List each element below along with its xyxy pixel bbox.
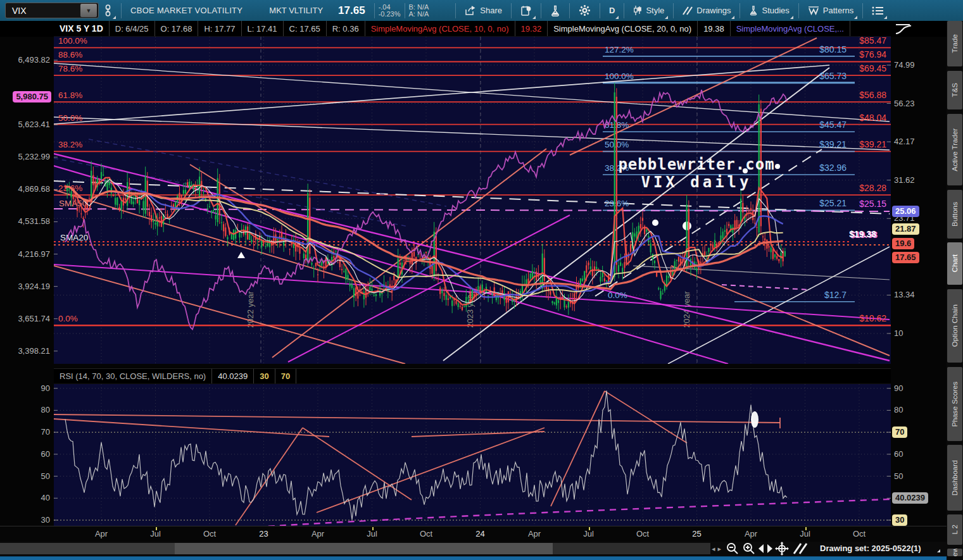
drawings-button[interactable]: Drawings <box>677 0 736 21</box>
rsi-bubble-40.0239: 40.0239 <box>892 492 928 504</box>
price-bubble-19.6: 19.6 <box>892 238 914 249</box>
right-axis-tick: 10 <box>894 328 903 339</box>
fib-blue-price-label: $80.15 <box>819 44 847 54</box>
price-chart-svg[interactable]: 2022 year2023 year2024 year100.0%88.6%78… <box>54 37 891 364</box>
fib-red-price-label: $85.47 <box>859 37 886 46</box>
fib-red-price-label: $76.94 <box>859 49 886 59</box>
link-icon[interactable] <box>99 0 117 21</box>
price-bubble-17.65: 17.65 <box>892 252 919 263</box>
sidebar-tab-dashboard[interactable]: Dashboard <box>947 445 962 511</box>
header-segment[interactable]: SimpleMovingAvg (CLOSE, 20, 0, no) <box>548 21 698 36</box>
time-axis-tick <box>589 527 590 530</box>
fib-red-pct-label: 88.6% <box>58 50 82 59</box>
rsi-study-label[interactable]: RSI (14, 70, 30, CLOSE, WILDERS, no) <box>54 369 212 383</box>
fib-blue-price-label: $25.21 <box>819 198 847 208</box>
watermark-line1: pebblewriter.com <box>618 156 774 173</box>
rsi-right-tick: 80 <box>894 405 903 415</box>
sidebar-tab-t-s[interactable]: T&S <box>947 71 962 109</box>
rsi-left-tick: 30 <box>41 515 50 525</box>
sidebar-tab-label: Chart <box>951 254 959 272</box>
sidebar-tab-label: L 2 <box>951 525 959 535</box>
symbol-value: VIX <box>6 6 80 16</box>
chart-settings-icon[interactable] <box>895 23 914 38</box>
chart-scrollbar[interactable] <box>0 543 710 554</box>
drawing-tools-icon[interactable] <box>793 543 808 557</box>
sidebar-tab-option-chain[interactable]: Option Chain <box>947 289 962 363</box>
bid-ask: B: N/AA: N/A <box>409 4 429 18</box>
left-axis-tick: 3,924.19 <box>18 282 50 292</box>
symbol-description: CBOE MARKET VOLATILITY <box>125 0 248 21</box>
chart-symbol-timeframe[interactable]: VIX 5 Y 1D <box>54 21 110 36</box>
rsi-left-tick: 80 <box>41 405 50 415</box>
fib-blue-price-label: $65.73 <box>819 71 847 81</box>
time-axis-label: Apr <box>522 529 547 538</box>
rsi-highlight-ellipse <box>751 411 758 428</box>
sidebar-tab-active-trader[interactable]: Active Trader <box>947 114 962 185</box>
sma-tag-label: SMA20 <box>60 233 88 242</box>
header-segment[interactable]: O: 17.68 <box>155 21 199 36</box>
header-segment[interactable]: C: 17.65 <box>284 21 327 36</box>
bottom-accent-strip <box>0 556 963 560</box>
symbol-input[interactable]: VIX ▼ <box>5 3 99 18</box>
time-axis-label: Jul <box>360 529 385 538</box>
sidebar-tab-news[interactable]: News <box>947 549 962 556</box>
header-segment[interactable]: 19.38 <box>698 21 731 36</box>
studies-button[interactable]: Studies <box>744 0 794 21</box>
rsi-right-tick: 60 <box>894 449 903 459</box>
header-segment[interactable]: SimpleMovingAvg (CLOSE,... <box>731 21 850 36</box>
scrollbar-arrows[interactable]: ◂▸ <box>712 543 724 554</box>
fib-blue-price-label: $32.96 <box>819 163 847 173</box>
right-axis-tick: 42.17 <box>894 137 915 147</box>
notes-icon[interactable]: i <box>515 0 537 21</box>
rsi-right-tick: 50 <box>894 471 903 482</box>
fib-red-pct-label: 38.2% <box>58 140 82 149</box>
rsi-left-tick: 90 <box>41 383 50 394</box>
rsi-left-axis: 90807060504030 <box>0 384 54 526</box>
marker-dot <box>775 164 780 169</box>
sidebar-tab-buttons[interactable]: Buttons <box>947 190 962 239</box>
menu-icon[interactable] <box>867 0 888 21</box>
style-button[interactable]: Style <box>628 0 669 21</box>
analyze-flask-icon[interactable] <box>545 0 565 21</box>
studies-flask-icon <box>749 5 758 16</box>
time-axis-label: Apr <box>738 529 764 538</box>
time-axis-label: Oct <box>630 529 655 538</box>
rsi-chart-svg[interactable] <box>54 384 891 526</box>
left-axis-tick: 3,651.74 <box>18 314 50 324</box>
patterns-button[interactable]: Patterns <box>803 0 859 21</box>
header-segment[interactable]: 19.32 <box>515 21 548 36</box>
left-axis-tick: 4,869.68 <box>18 184 50 194</box>
year-marker-label: 2022 year <box>246 291 255 328</box>
header-segment[interactable]: SimpleMovingAvg (CLOSE, 10, 0, no) <box>365 21 515 36</box>
left-axis-tick: 4,216.97 <box>18 249 50 259</box>
sidebar-tab-phase-scores[interactable]: Phase Scores <box>947 367 962 441</box>
sidebar-tab-label: T&S <box>951 83 959 97</box>
sidebar-tab-label: Option Chain <box>951 304 959 347</box>
header-segment[interactable]: D: 6/4/25 <box>110 21 155 36</box>
symbol-dropdown-button[interactable]: ▼ <box>80 4 97 17</box>
time-axis-label: 24 <box>468 529 493 538</box>
timeframe-button[interactable]: D <box>604 0 620 21</box>
share-button[interactable]: Share <box>460 0 507 21</box>
price-header: VIX 5 Y 1DD: 6/4/25O: 17.68H: 17.77L: 17… <box>54 21 891 37</box>
left-axis-tick: 4,531.58 <box>18 216 50 227</box>
header-segment[interactable]: L: 17.41 <box>242 21 284 36</box>
header-segment[interactable]: R: 0.36 <box>327 21 365 36</box>
settings-gear-icon[interactable] <box>574 0 596 21</box>
sidebar-tab-label: Dashboard <box>951 460 959 495</box>
fib-blue-price-label: $12.7 <box>824 290 847 300</box>
sidebar-tab-trade[interactable]: Trade <box>947 21 962 66</box>
sidebar-tab-l-2[interactable]: L 2 <box>947 514 962 545</box>
right-axis-tick: 31.62 <box>894 175 915 185</box>
rsi-right-tick: 90 <box>894 383 903 394</box>
drawing-set-label[interactable]: Drawing set: 2025-0522(1) <box>820 544 921 553</box>
sidebar-tab-chart[interactable]: Chart <box>947 242 962 285</box>
spx-price-bubble: 5,980.75 <box>13 91 51 103</box>
time-axis-label: 25 <box>684 529 710 538</box>
scrollbar-thumb[interactable] <box>175 543 553 554</box>
trading-app-window: VIX ▼ CBOE MARKET VOLATILITY MKT VLTILIT… <box>0 0 963 560</box>
right-axis-tick: 74.99 <box>894 60 915 70</box>
pan-horizontal-icon[interactable] <box>758 544 772 556</box>
header-segment[interactable]: H: 17.77 <box>198 21 241 36</box>
time-axis-label: Jul <box>576 529 601 538</box>
